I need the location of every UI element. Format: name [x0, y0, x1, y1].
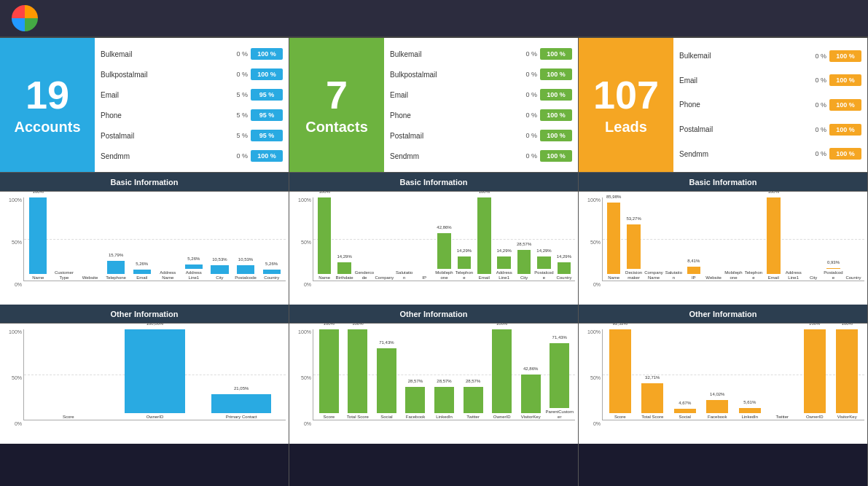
x-label: Twitter [767, 415, 799, 420]
bar-label-top: 14,02% [710, 392, 724, 396]
bar-group: Salutation [664, 197, 683, 281]
x-label: Country [555, 275, 574, 281]
bar-label-top: 0,93% [827, 260, 840, 264]
field-badge: 100 % [540, 89, 572, 101]
x-label: Telephone [103, 275, 129, 281]
bar-group: 100,00%OwnerID [112, 329, 198, 420]
field-row-contacts-0: Bulkemail0 %100 % [390, 48, 572, 60]
field-name: Bulkemail [390, 50, 515, 58]
field-row-contacts-4: Postalmail0 %100 % [390, 130, 572, 141]
x-label: Company [375, 275, 394, 281]
fields-block-accounts: Bulkemail0 %100 %Bulkpostalmail0 %100 %E… [95, 38, 289, 172]
bar-group: 85,98%Name [604, 197, 623, 281]
bar: 28,57% [464, 387, 483, 412]
header [0, 0, 868, 38]
field-row-leads-2: Phone0 %100 % [679, 99, 861, 111]
x-label: City [207, 275, 232, 281]
field-row-contacts-5: Sendmm0 %100 % [390, 150, 572, 162]
bar-group: Address Name [155, 197, 181, 281]
x-label: Address Line1 [181, 270, 207, 281]
bar: 100% [836, 329, 858, 413]
section2-header-accounts: Other Information [0, 305, 289, 324]
x-label: OwnerID [799, 415, 831, 420]
x-label: Facebook [402, 415, 430, 420]
field-name: Bulkemail [679, 52, 805, 60]
field-pct: 0 % [518, 71, 537, 78]
bar-group: 100%VisitorKey [832, 329, 864, 420]
bar-label-top: 100% [496, 324, 507, 326]
bar-group: IP [415, 197, 434, 281]
field-row-accounts-1: Bulkpostalmail0 %100 % [101, 68, 283, 80]
field-badge: 95 % [251, 130, 283, 141]
chart-wrapper-chart1-leads: 100%50%0%85,98%Name53,27%DecisionmakerCo… [579, 192, 867, 305]
bar: 42,86% [437, 233, 450, 269]
bar: 14,29% [458, 256, 471, 268]
x-label: Company Name [644, 270, 663, 281]
field-pct: 0 % [518, 111, 537, 119]
bar-group: City [804, 197, 823, 281]
bar-label-top: 10,53% [238, 257, 253, 262]
bar: 100% [29, 197, 47, 274]
bar-label-top: 71,43% [379, 340, 394, 345]
bar-group: 28,57%City [515, 197, 533, 281]
bar: 5,26% [185, 264, 203, 269]
bar: 8,41% [687, 267, 700, 274]
big-number-contacts: 7 [326, 75, 348, 114]
bar-label-top: 100% [842, 324, 853, 326]
bar-group: 71,43%Social [372, 329, 401, 420]
bar-group: 32,71%Total Score [637, 329, 669, 420]
bar-group: 14,29%Birthdate [335, 197, 353, 281]
bar-group: 5,26%Address Line1 [181, 197, 207, 281]
x-label: Salutation [395, 270, 414, 281]
field-pct: 0 % [518, 50, 537, 58]
x-label: Mobilephone [724, 270, 743, 281]
summary-panel-accounts: 19AccountsBulkemail0 %100 %Bulkpostalmai… [0, 38, 289, 173]
section1-header-leads: Basic Information [579, 173, 867, 192]
x-label: OwnerID [488, 415, 516, 420]
field-badge: 100 % [829, 99, 861, 111]
entity-label-contacts: Contacts [305, 119, 368, 136]
summary-number-leads: 107Leads [579, 38, 673, 172]
bar-label-top: 100% [352, 324, 363, 326]
bar-group: Customer Type [52, 197, 77, 281]
bar-group: 14,29%Telephone [455, 197, 474, 281]
field-pct: 0 % [518, 132, 537, 139]
bar: 32,71% [641, 383, 663, 413]
field-row-leads-1: Email0 %100 % [679, 74, 861, 86]
bar: 100% [348, 329, 367, 413]
bar: 100% [318, 197, 331, 274]
bar-group: 14,02%Facebook [702, 329, 734, 420]
bar-group: Company Name [644, 197, 663, 281]
field-pct: 0 % [808, 52, 826, 60]
bar: 5,61% [739, 408, 761, 413]
bar-label-top: 14,29% [557, 254, 571, 259]
section1-header-contacts: Basic Information [289, 173, 578, 192]
x-label: Social [669, 415, 701, 420]
bar-group: 100%Email [764, 197, 783, 281]
bar: 28,57% [434, 387, 454, 412]
bar-group: 42,86%VisitorKey [517, 329, 545, 420]
bar: 100,00% [125, 329, 184, 413]
bar-label-top: 28,57% [437, 379, 451, 383]
bar: 10,53% [237, 265, 254, 274]
chart-wrapper-chart1-contacts: 100%50%0%100%Name14,29%BirthdateGenderco… [289, 192, 578, 305]
bar-label-top: 14,29% [536, 248, 551, 253]
field-row-accounts-4: Postalmail5 %95 % [101, 130, 283, 141]
logo-circle [12, 5, 38, 31]
bar-group: 100%OwnerID [488, 329, 516, 420]
bar-label-top: 32,71% [645, 375, 660, 380]
bar-group: 28,57%LinkedIn [430, 329, 458, 420]
field-pct: 5 % [229, 132, 248, 139]
dashboard: 19AccountsBulkemail0 %100 %Bulkpostalmai… [0, 38, 868, 486]
bar: 100% [804, 329, 826, 413]
x-label: LinkedIn [430, 415, 458, 420]
bar-group: 4,67%Social [669, 329, 701, 420]
bar: 100% [492, 329, 512, 413]
column-accounts: 19AccountsBulkemail0 %100 %Bulkpostalmai… [0, 38, 289, 486]
x-label: Decisionmaker [624, 270, 643, 281]
field-badge: 100 % [829, 148, 861, 160]
bar-group: 42,86%Mobilephone [434, 197, 453, 281]
bar-group: 100%OwnerID [799, 329, 831, 420]
bar-label-top: 5,61% [743, 400, 756, 404]
field-row-accounts-0: Bulkemail0 %100 % [101, 48, 283, 60]
